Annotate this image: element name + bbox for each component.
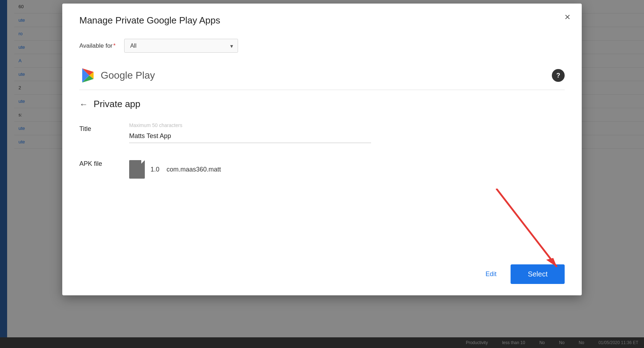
private-app-title: Private app (94, 99, 141, 110)
required-indicator: * (113, 42, 116, 49)
private-app-header: ← Private app (79, 99, 565, 110)
char-limit-hint: Maximum 50 characters (129, 122, 371, 128)
title-field: Title Maximum 50 characters (79, 122, 565, 143)
section-divider (79, 90, 565, 90)
file-icon (129, 160, 145, 179)
apk-package: com.maas360.matt (167, 166, 221, 173)
available-for-row: Available for* All Specific Groups Speci… (79, 39, 565, 53)
title-label: Title (79, 122, 129, 133)
apk-info: 1.0 com.maas360.matt (151, 166, 221, 173)
apk-label: APK file (79, 157, 129, 168)
edit-button[interactable]: Edit (480, 266, 502, 282)
apk-version: 1.0 (151, 166, 159, 173)
apk-content: 1.0 com.maas360.matt (129, 157, 221, 179)
available-for-select[interactable]: All Specific Groups Specific Users (124, 39, 238, 53)
google-play-logo: Google Play (79, 67, 155, 84)
select-button[interactable]: Select (511, 264, 565, 284)
title-field-content: Maximum 50 characters (129, 122, 371, 143)
available-for-select-wrapper: All Specific Groups Specific Users (124, 39, 238, 53)
svg-line-4 (496, 189, 557, 267)
help-icon[interactable]: ? (552, 69, 565, 82)
close-button[interactable]: × (565, 12, 570, 22)
google-play-icon (79, 67, 96, 84)
back-arrow[interactable]: ← (79, 99, 88, 109)
modal-overlay: × Manage Private Google Play Apps Availa… (0, 0, 644, 348)
modal-title: Manage Private Google Play Apps (79, 15, 565, 26)
google-play-text: Google Play (101, 70, 155, 81)
apk-field: APK file 1.0 com.maas360.matt (79, 157, 565, 179)
available-for-label: Available for* (79, 42, 116, 49)
modal-footer: Edit Select (480, 264, 565, 284)
modal-dialog: × Manage Private Google Play Apps Availa… (62, 4, 582, 295)
title-input[interactable] (129, 130, 371, 143)
google-play-section: Google Play ? (79, 67, 565, 84)
